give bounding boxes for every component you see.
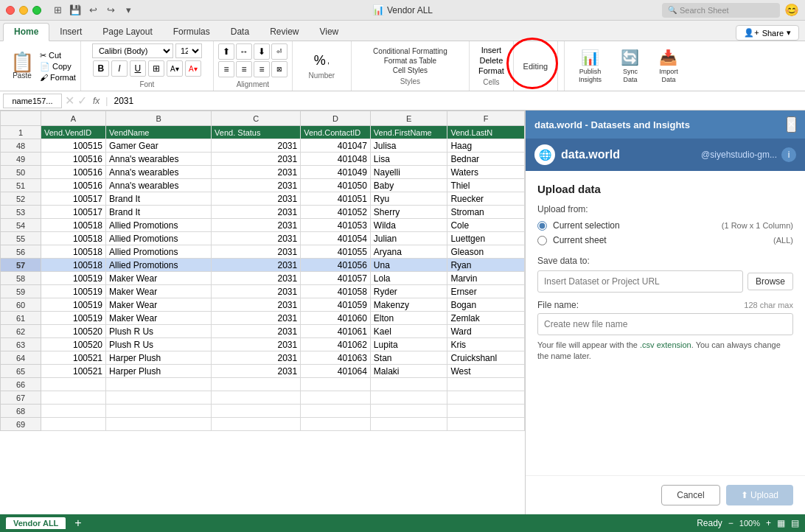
insert-cells-button[interactable]: Insert xyxy=(481,46,502,55)
tab-data[interactable]: Data xyxy=(220,24,259,41)
table-cell[interactable] xyxy=(106,378,212,391)
table-cell[interactable] xyxy=(301,405,371,418)
upload-button[interactable]: ⬆ Upload xyxy=(726,485,793,505)
col-header-f[interactable]: F xyxy=(447,111,525,126)
table-cell[interactable]: 401047 xyxy=(301,139,371,153)
table-cell[interactable] xyxy=(106,391,212,405)
table-cell[interactable]: Brand It xyxy=(106,206,212,219)
table-cell[interactable]: Gamer Gear xyxy=(106,139,212,153)
table-cell[interactable]: Plush R Us xyxy=(106,338,212,351)
table-cell[interactable]: 100518 xyxy=(41,259,106,272)
table-cell[interactable]: Bogan xyxy=(447,298,525,312)
table-cell[interactable]: 401059 xyxy=(301,298,371,312)
conditional-formatting-button[interactable]: Conditional Formatting xyxy=(373,47,447,55)
table-cell[interactable]: 401055 xyxy=(301,245,371,259)
align-left-button[interactable]: ≡ xyxy=(218,61,234,77)
table-cell[interactable]: 401060 xyxy=(301,312,371,325)
table-cell[interactable]: Lola xyxy=(370,272,447,285)
table-cell[interactable] xyxy=(447,391,525,405)
table-cell[interactable]: 401061 xyxy=(301,325,371,338)
table-cell[interactable]: West xyxy=(447,365,525,378)
table-cell[interactable]: Kael xyxy=(370,325,447,338)
table-cell[interactable]: Una xyxy=(370,259,447,272)
table-cell[interactable] xyxy=(370,418,447,431)
table-cell[interactable]: 100518 xyxy=(41,245,106,259)
tab-formulas[interactable]: Formulas xyxy=(163,24,220,41)
table-cell[interactable] xyxy=(301,418,371,431)
layout-normal-icon[interactable]: ▦ xyxy=(777,518,785,528)
cell-styles-button[interactable]: Cell Styles xyxy=(393,66,428,74)
undo-icon[interactable]: ↩ xyxy=(86,3,100,18)
table-cell[interactable]: Anna's wearables xyxy=(106,179,212,192)
tab-review[interactable]: Review xyxy=(259,24,309,41)
borders-button[interactable]: ⊞ xyxy=(148,60,164,77)
file-name-input[interactable] xyxy=(537,313,793,335)
table-cell[interactable]: Baby xyxy=(370,179,447,192)
redo-icon[interactable]: ↪ xyxy=(103,3,118,18)
close-button[interactable] xyxy=(6,6,15,15)
table-cell[interactable]: 2031 xyxy=(212,139,301,153)
table-cell[interactable]: Kris xyxy=(447,338,525,351)
table-cell[interactable]: Marvin xyxy=(447,272,525,285)
tab-page-layout[interactable]: Page Layout xyxy=(92,24,162,41)
table-cell[interactable]: 2031 xyxy=(212,153,301,166)
sync-data-button[interactable]: 🔄 Sync Data xyxy=(613,47,648,85)
cut-button[interactable]: ✂ Cut xyxy=(40,51,76,60)
table-cell[interactable]: 2031 xyxy=(212,166,301,179)
table-cell[interactable]: Maker Wear xyxy=(106,285,212,298)
table-cell[interactable] xyxy=(106,418,212,431)
formula-input[interactable] xyxy=(111,94,802,108)
table-cell[interactable] xyxy=(212,418,301,431)
table-cell[interactable]: Allied Promotions xyxy=(106,232,212,245)
publish-insights-button[interactable]: 📊 Publish Insights xyxy=(571,47,610,85)
share-button[interactable]: 👤+ Share ▾ xyxy=(736,25,799,41)
table-cell[interactable]: Cruickshanl xyxy=(447,351,525,365)
search-sheet-box[interactable]: 🔍 Search Sheet xyxy=(662,3,780,18)
table-cell[interactable]: Haag xyxy=(447,139,525,153)
table-cell[interactable] xyxy=(212,391,301,405)
table-cell[interactable]: Aryana xyxy=(370,245,447,259)
radio-current-selection-input[interactable] xyxy=(537,221,547,231)
table-cell[interactable]: 100518 xyxy=(41,232,106,245)
table-cell[interactable]: 2031 xyxy=(212,192,301,206)
radio-current-sheet-input[interactable] xyxy=(537,236,547,245)
table-cell[interactable]: Julian xyxy=(370,232,447,245)
table-cell[interactable] xyxy=(106,405,212,418)
table-cell[interactable]: Anna's wearables xyxy=(106,153,212,166)
tab-insert[interactable]: Insert xyxy=(49,24,92,41)
table-cell[interactable]: 401053 xyxy=(301,219,371,232)
table-cell[interactable] xyxy=(301,391,371,405)
table-cell[interactable] xyxy=(41,391,106,405)
table-cell[interactable] xyxy=(41,418,106,431)
table-cell[interactable] xyxy=(301,378,371,391)
table-cell[interactable] xyxy=(447,418,525,431)
table-cell[interactable]: Ryder xyxy=(370,285,447,298)
name-box[interactable] xyxy=(3,94,62,108)
fill-color-button[interactable]: A▾ xyxy=(167,60,183,77)
table-cell[interactable] xyxy=(447,378,525,391)
table-cell[interactable]: 401064 xyxy=(301,365,371,378)
table-cell[interactable]: Allied Promotions xyxy=(106,245,212,259)
table-cell[interactable]: Allied Promotions xyxy=(106,219,212,232)
table-cell[interactable]: Sherry xyxy=(370,206,447,219)
format-as-table-button[interactable]: Format as Table xyxy=(384,57,437,65)
font-size-select[interactable]: 12 xyxy=(175,43,202,58)
copy-button[interactable]: 📄 Copy xyxy=(40,62,76,71)
panel-close-button[interactable]: × xyxy=(787,116,796,133)
table-cell[interactable]: 2031 xyxy=(212,325,301,338)
table-cell[interactable]: Gleason xyxy=(447,245,525,259)
merge-button[interactable]: ⊠ xyxy=(271,61,288,77)
table-cell[interactable]: 401062 xyxy=(301,338,371,351)
table-cell[interactable]: Harper Plush xyxy=(106,351,212,365)
table-cell[interactable]: 100517 xyxy=(41,192,106,206)
table-cell[interactable]: Harper Plush xyxy=(106,365,212,378)
table-cell[interactable]: 100519 xyxy=(41,312,106,325)
table-cell[interactable]: 401048 xyxy=(301,153,371,166)
table-cell[interactable]: Brand It xyxy=(106,192,212,206)
table-cell[interactable]: 100515 xyxy=(41,139,106,153)
user-icon[interactable]: 😊 xyxy=(784,3,799,18)
table-cell[interactable] xyxy=(447,405,525,418)
table-cell[interactable]: 100520 xyxy=(41,325,106,338)
table-cell[interactable]: Ernser xyxy=(447,285,525,298)
more-icon[interactable]: ▾ xyxy=(121,3,136,18)
